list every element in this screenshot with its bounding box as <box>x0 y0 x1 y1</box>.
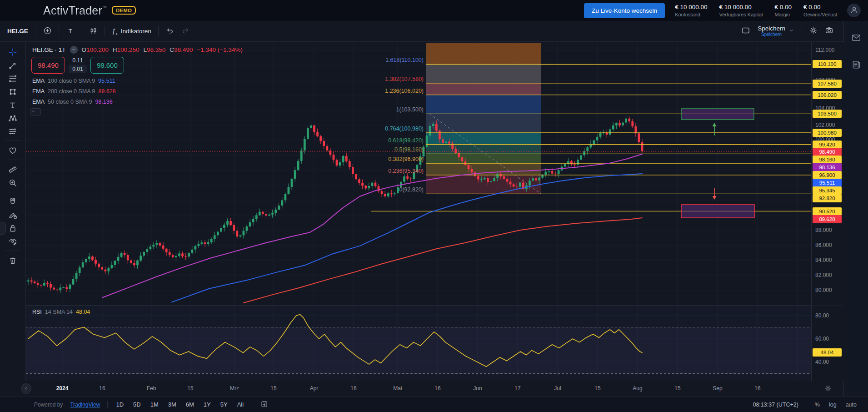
shapes-tool[interactable] <box>5 85 21 98</box>
stat-label: Margin <box>774 12 792 17</box>
layout-select-button[interactable] <box>738 23 754 39</box>
magnet-tool[interactable] <box>5 195 21 208</box>
crosshair-tool[interactable] <box>5 45 21 59</box>
symbol-button[interactable]: HEI.GE <box>6 28 33 35</box>
chart-column: HEI.GE · 1T − O100.200H100.250L98.350C98… <box>26 42 811 381</box>
main-chart-pane[interactable]: HEI.GE · 1T − O100.200H100.250L98.350C98… <box>26 42 811 306</box>
fib-retracement-tool[interactable] <box>5 72 21 85</box>
indicator-row[interactable]: EMA200 close 0 SMA 989.628 <box>32 88 116 95</box>
powered-by-label: Powered by <box>34 402 63 408</box>
time-axis[interactable]: 202416Feb15Mrz15Apr16Mai16Jun17Jul15Aug1… <box>0 381 843 397</box>
chart-toolbar: HEI.GE T ƒx Indikatoren <box>0 21 843 42</box>
drawing-mode-tool[interactable] <box>5 208 21 221</box>
account-stat: € 0.00Gewinn/Verlust <box>803 4 837 17</box>
time-tick: Mai <box>393 385 402 392</box>
chart-type-button[interactable] <box>85 24 101 39</box>
trendline-tool[interactable] <box>5 59 21 72</box>
candlestick-icon <box>89 26 98 36</box>
scale-percent[interactable]: % <box>813 401 821 409</box>
indicators-label: Indikatoren <box>121 28 151 35</box>
save-label: Speichern <box>758 25 785 32</box>
fib-level-label: 0.764(100.980) <box>385 126 424 132</box>
sell-button[interactable]: 98.490 <box>31 57 65 74</box>
price-axis[interactable]: 112.000108.000104.000102.000100.00088.00… <box>811 42 844 381</box>
price-badge: 107.580 <box>813 80 842 88</box>
account-stat: € 10 000.00Kontostand <box>675 4 707 17</box>
hide-drawings-tool[interactable] <box>5 235 21 248</box>
snapshot-button[interactable] <box>821 23 837 39</box>
buy-button[interactable]: 98.600 <box>90 57 124 74</box>
time-axis-settings-button[interactable] <box>824 385 832 393</box>
mail-button[interactable] <box>849 31 863 46</box>
clock[interactable]: 08:13:37 (UTC+2) <box>753 402 798 408</box>
time-tick: Apr <box>310 385 319 392</box>
redo-icon <box>181 26 190 36</box>
forecast-position-tool[interactable] <box>5 125 21 138</box>
xabcd-pattern-tool[interactable] <box>5 111 21 125</box>
legend-collapse-button[interactable] <box>30 108 41 116</box>
switch-to-live-button[interactable]: Zu Live-Konto wechseln <box>584 3 665 18</box>
range-1y[interactable]: 1Y <box>203 400 212 409</box>
legend-symbol-interval[interactable]: HEI.GE · 1T <box>32 46 66 53</box>
range-1d[interactable]: 1D <box>115 400 125 409</box>
rsi-value-badge: 48.04 <box>813 348 842 357</box>
favorites-heart-tool[interactable] <box>5 144 21 157</box>
undo-button[interactable] <box>162 24 178 39</box>
rsi-pane[interactable]: RSI 14 SMA 14 48.04 <box>26 306 811 381</box>
goto-date-button[interactable] <box>259 399 269 410</box>
rsi-name[interactable]: RSI <box>32 309 42 315</box>
legend-visibility-toggle[interactable]: − <box>70 46 78 54</box>
divider <box>252 401 252 408</box>
divider <box>158 26 159 36</box>
news-button[interactable] <box>849 58 863 73</box>
range-1m[interactable]: 1M <box>150 400 160 409</box>
indicators-button[interactable]: ƒx Indikatoren <box>108 24 155 39</box>
remove-drawings-tool[interactable] <box>5 254 21 267</box>
change-value: −1.340 (−1.34%) <box>197 46 243 53</box>
compare-add-symbol-button[interactable] <box>40 24 55 39</box>
time-tick: 16 <box>434 385 440 392</box>
sidebar-expand-handle[interactable] <box>0 222 6 235</box>
range-6m[interactable]: 6M <box>185 400 195 409</box>
indicator-row[interactable]: EMA50 close 0 SMA 998.136 <box>32 98 116 106</box>
zoom-in-tool[interactable] <box>5 176 21 189</box>
rsi-value: 48.04 <box>76 309 90 315</box>
range-5d[interactable]: 5D <box>132 400 142 409</box>
range-3m[interactable]: 3M <box>167 400 177 409</box>
range-buttons: 1D5D1M3M6M1Y5YAll <box>115 400 244 409</box>
news-icon <box>851 64 861 71</box>
time-tick: 16 <box>754 385 760 392</box>
indicator-row[interactable]: EMA100 close 0 SMA 995.511 <box>32 77 116 85</box>
range-5y[interactable]: 5Y <box>219 400 229 409</box>
chart-settings-button[interactable] <box>805 23 821 39</box>
scale-log[interactable]: log <box>828 401 838 409</box>
axis-label: 84.000 <box>815 257 832 263</box>
fib-level-label: 0.236(95.340) <box>388 168 424 174</box>
toolbar-left: HEI.GE T ƒx Indikatoren <box>6 24 194 39</box>
time-tick: 17 <box>514 385 520 392</box>
interval-button[interactable]: T <box>62 25 79 37</box>
camera-icon <box>825 26 833 36</box>
save-button[interactable]: Speichern Speichern <box>754 23 798 40</box>
fib-level-label: 0.5(98.160) <box>394 146 424 153</box>
axis-label: 80.000 <box>815 287 832 293</box>
price-badge: 100.980 <box>813 129 842 137</box>
range-all[interactable]: All <box>236 400 244 409</box>
fib-level-label: 0.382(96.900) <box>388 156 424 162</box>
lock-drawings-tool[interactable] <box>5 221 21 235</box>
avatar[interactable] <box>847 4 861 17</box>
redo-button[interactable] <box>178 24 194 39</box>
ruler-tool[interactable] <box>5 163 21 176</box>
divider <box>802 26 802 36</box>
scroll-left-button[interactable] <box>21 383 31 394</box>
price-badge: 98.160 <box>813 156 842 164</box>
rsi-chart[interactable] <box>26 306 811 381</box>
mail-icon <box>851 37 861 44</box>
stat-value: € 10 000.00 <box>675 4 707 10</box>
tradingview-link[interactable]: TradingView <box>70 402 100 408</box>
scale-auto[interactable]: auto <box>844 401 858 409</box>
price-badge: 96.900 <box>813 171 842 179</box>
text-tool[interactable] <box>5 98 21 111</box>
time-tick: Mrz <box>230 385 239 392</box>
time-tick: 15 <box>674 385 680 392</box>
